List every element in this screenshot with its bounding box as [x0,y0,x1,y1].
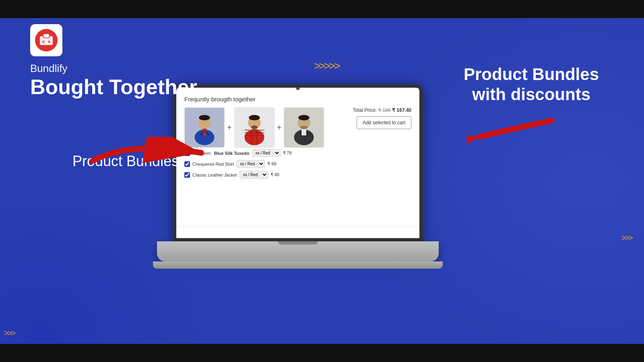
svg-point-16 [244,130,264,145]
product-list: This item: Blue Silk Tuxedo xs / Red xs … [184,149,411,179]
brand-name: Bundlify [30,62,68,75]
item-2-variant-select[interactable]: xs / Red xs / Blue sm / Red [236,160,265,168]
item-3-name: Classic Leather Jacket [192,173,237,177]
screen-inner: Frequntly brougth together [176,88,419,238]
bg-blob-bottom-left [0,201,201,362]
total-price-row: Total Price: ₹ 186 ₹ 167.40 [353,107,411,113]
bundlify-logo-icon [34,28,58,52]
top-bar [0,0,644,18]
laptop-base [157,241,439,261]
frequently-bought-title: Frequntly brougth together [184,96,411,103]
logo-box [30,24,62,56]
chevrons-right-icon: >>> [621,233,632,243]
laptop-base-bottom [153,261,443,269]
svg-point-32 [301,126,308,129]
leather-jacket-svg [284,108,324,147]
plus-sign-2: + [277,123,282,132]
svg-rect-5 [42,41,50,43]
item-3-checkbox[interactable] [184,172,190,178]
discounted-price: ₹ 167.40 [392,107,411,113]
svg-rect-19 [244,135,264,136]
laptop-container: Frequntly brougth together [173,84,431,278]
svg-point-23 [249,115,260,121]
svg-rect-20 [251,130,252,145]
product-list-item-2: Chequered Red Shirt xs / Red xs / Blue s… [184,160,411,168]
screen-camera [296,86,300,90]
product-bundles-discounts: Product Bundles with discounts [451,64,612,105]
product-list-item-3: Classic Leather Jacket xs / Red xs / Blu… [184,171,411,179]
chevrons-top-icon: >>>>> [314,60,339,72]
bought-together-heading: Bought Together [30,76,197,99]
svg-point-24 [251,125,258,130]
total-price-label: Total Price: [353,107,377,113]
original-price: ₹ 186 [378,107,390,113]
red-shirt-svg [235,108,274,147]
svg-point-14 [199,115,210,121]
svg-rect-18 [244,132,264,134]
svg-rect-21 [256,130,258,145]
svg-point-31 [299,115,310,121]
svg-rect-17 [244,130,264,131]
plus-sign-1: + [227,123,232,132]
item-3-variant-select[interactable]: xs / Red xs / Blue sm / Red [239,171,268,179]
item-3-price: ₹ 40 [270,172,279,177]
item-2-price: ₹ 68 [267,161,276,167]
bottom-bar [0,344,644,362]
item-1-variant-select[interactable]: xs / Red xs / Blue sm / Red [252,149,281,157]
product-list-item-1: This item: Blue Silk Tuxedo xs / Red xs … [184,149,411,157]
product-image-2 [234,107,275,148]
svg-rect-29 [301,130,306,136]
laptop-screen: Frequntly brougth together [173,84,423,241]
item-1-price: ₹ 78 [283,150,292,156]
chevrons-bottom-left-icon: >>> [4,329,14,338]
screen-bottom-bar [176,226,419,238]
logo-area [30,24,62,56]
product-image-3 [284,107,324,148]
add-to-cart-button[interactable]: Add selected to cart [357,116,411,129]
item-1-name: Blue Silk Tuxedo [214,151,250,156]
screen-content: Frequntly brougth together [176,88,419,238]
red-arrow-left [89,137,209,169]
red-arrow-right [467,117,555,149]
svg-rect-2 [43,34,50,38]
